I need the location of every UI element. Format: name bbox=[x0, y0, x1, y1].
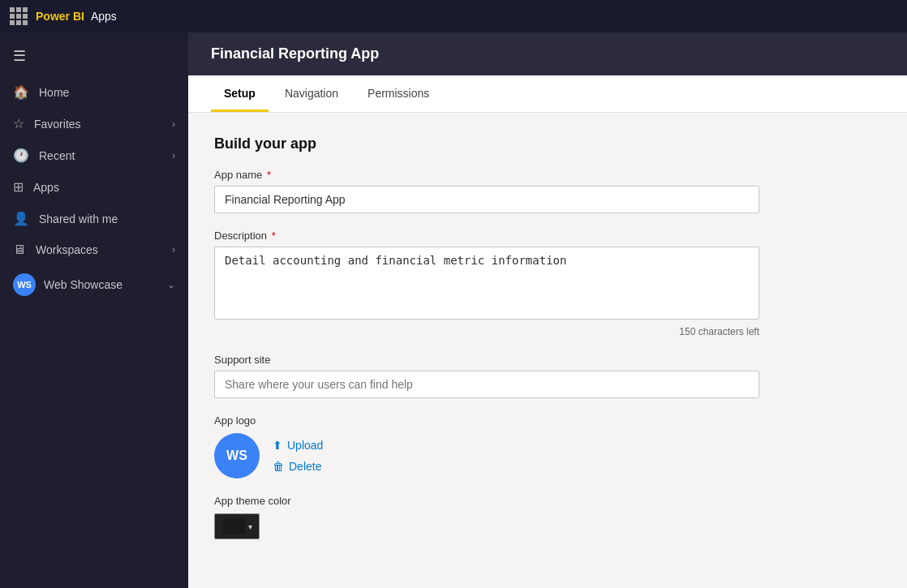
topbar: Power BI Apps bbox=[0, 0, 907, 32]
app-logo-avatar: WS bbox=[214, 433, 260, 479]
shared-icon: 👤 bbox=[13, 211, 29, 226]
main-layout: ☰ 🏠 Home ☆ Favorites › 🕐 Recent › ⊞ Apps bbox=[0, 32, 907, 588]
sidebar-item-recent[interactable]: 🕐 Recent › bbox=[0, 139, 188, 171]
description-field-group: Description * Detail accounting and fina… bbox=[214, 230, 881, 337]
tab-setup[interactable]: Setup bbox=[211, 75, 269, 112]
app-name-field-group: App name * bbox=[214, 169, 881, 213]
app-launcher-icon[interactable] bbox=[10, 7, 28, 25]
apps-icon: ⊞ bbox=[13, 179, 24, 195]
hamburger-menu[interactable]: ☰ bbox=[0, 39, 188, 73]
sidebar-item-favorites[interactable]: ☆ Favorites › bbox=[0, 108, 188, 139]
chevron-right-icon: › bbox=[172, 150, 175, 161]
support-site-input[interactable] bbox=[214, 371, 759, 398]
home-icon: 🏠 bbox=[13, 84, 29, 100]
theme-color-section: App theme color ▾ bbox=[214, 495, 881, 539]
description-label: Description * bbox=[214, 230, 881, 242]
sidebar-item-favorites-label: Favorites bbox=[34, 118, 81, 131]
app-logo-section: App logo WS ⬆ Upload 🗑 Delete bbox=[214, 414, 881, 479]
sidebar-item-recent-label: Recent bbox=[39, 149, 75, 162]
upload-button[interactable]: ⬆ Upload bbox=[273, 437, 323, 453]
chevron-down-icon: ▾ bbox=[248, 522, 252, 531]
logo-actions: ⬆ Upload 🗑 Delete bbox=[273, 437, 323, 474]
sidebar-item-apps-label: Apps bbox=[33, 181, 59, 194]
app-header: Financial Reporting App bbox=[188, 32, 907, 75]
sidebar-item-home[interactable]: 🏠 Home bbox=[0, 76, 188, 108]
favorites-icon: ☆ bbox=[13, 116, 24, 131]
sidebar-nav: 🏠 Home ☆ Favorites › 🕐 Recent › ⊞ Apps 👤… bbox=[0, 73, 188, 307]
sidebar-item-apps[interactable]: ⊞ Apps bbox=[0, 171, 188, 203]
app-logo-label: App logo bbox=[214, 414, 881, 427]
sidebar-item-web-showcase-label: Web Showcase bbox=[44, 278, 123, 291]
sidebar-item-shared-with-me[interactable]: 👤 Shared with me bbox=[0, 203, 188, 234]
brand: Power BI Apps bbox=[36, 10, 117, 23]
description-input[interactable]: Detail accounting and financial metric i… bbox=[214, 247, 759, 320]
section-title: Build your app bbox=[214, 135, 881, 152]
color-swatch bbox=[222, 518, 245, 534]
app-logo-row: WS ⬆ Upload 🗑 Delete bbox=[214, 433, 881, 479]
main-content: Financial Reporting App Setup Navigation… bbox=[188, 32, 907, 588]
sidebar-item-web-showcase[interactable]: WS Web Showcase ⌄ bbox=[0, 265, 188, 304]
topbar-appname: Apps bbox=[91, 10, 117, 23]
tab-permissions[interactable]: Permissions bbox=[355, 75, 442, 112]
workspaces-icon: 🖥 bbox=[13, 242, 26, 257]
theme-color-label: App theme color bbox=[214, 495, 881, 507]
support-site-field-group: Support site bbox=[214, 354, 881, 398]
workspace-avatar: WS bbox=[13, 273, 36, 296]
chevron-right-icon: › bbox=[172, 118, 175, 130]
support-site-label: Support site bbox=[214, 354, 881, 366]
chevron-down-icon: ⌄ bbox=[167, 279, 175, 290]
color-picker-button[interactable]: ▾ bbox=[214, 513, 260, 539]
sidebar: ☰ 🏠 Home ☆ Favorites › 🕐 Recent › ⊞ Apps bbox=[0, 32, 188, 588]
powerbi-logo: Power BI bbox=[36, 10, 84, 23]
delete-button[interactable]: 🗑 Delete bbox=[273, 458, 323, 474]
sidebar-item-shared-label: Shared with me bbox=[39, 212, 118, 225]
sidebar-item-home-label: Home bbox=[39, 86, 69, 99]
char-count: 150 characters left bbox=[214, 326, 759, 337]
sidebar-item-workspaces[interactable]: 🖥 Workspaces › bbox=[0, 234, 188, 265]
upload-icon: ⬆ bbox=[273, 439, 282, 452]
tabs-bar: Setup Navigation Permissions bbox=[188, 75, 907, 113]
tab-navigation[interactable]: Navigation bbox=[272, 75, 351, 112]
recent-icon: 🕐 bbox=[13, 148, 29, 163]
sidebar-item-workspaces-label: Workspaces bbox=[36, 243, 98, 256]
chevron-right-icon: › bbox=[172, 244, 175, 255]
app-name-label: App name * bbox=[214, 169, 881, 181]
app-title: Financial Reporting App bbox=[211, 45, 379, 62]
setup-content: Build your app App name * Description * … bbox=[188, 113, 907, 588]
trash-icon: 🗑 bbox=[273, 460, 284, 473]
app-name-input[interactable] bbox=[214, 186, 759, 213]
